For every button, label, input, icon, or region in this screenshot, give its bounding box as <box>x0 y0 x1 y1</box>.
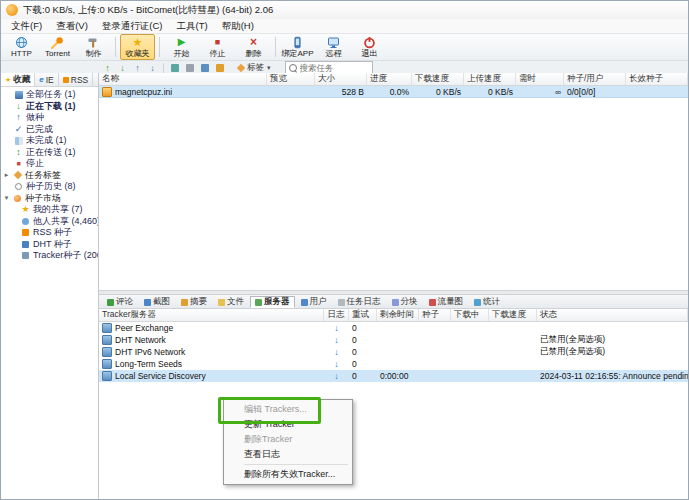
toolbar-separator <box>275 37 276 57</box>
user-icon <box>301 299 308 306</box>
menu-passport[interactable]: 登录通行证(C) <box>95 19 170 33</box>
tab-snapshot[interactable]: 截图 <box>139 296 175 308</box>
sidebar-item-transferring[interactable]: ↕ 正在传送 (1) <box>1 147 98 159</box>
tracker-log-cell[interactable]: ↓ <box>324 336 349 345</box>
sidebar-tab-favorites[interactable]: ★ 收藏 <box>1 73 35 86</box>
task-row[interactable]: magnetcpuz.ini 528 B 0.0% 0 KB/s 0 KB/s … <box>99 86 688 98</box>
toolbar-separator <box>115 37 116 57</box>
sidebar-item-tracker-torrents[interactable]: Tracker种子 (206) <box>1 250 98 262</box>
column-header-up-speed[interactable]: 上传速度 <box>464 73 516 85</box>
task-list-empty-area[interactable] <box>99 98 688 290</box>
server-icon <box>255 299 262 306</box>
expander-collapsed-icon[interactable]: ▸ <box>3 171 10 179</box>
tracker-row[interactable]: DHT IPv6 Network ↓ 0 已禁用(全局选项) <box>99 346 688 358</box>
sidebar: ★ 收藏 e IE RSS 全部任务 (1) ↓ <box>1 73 99 499</box>
window-title: 下载:0 KB/s, 上传:0 KB/s - BitComet(比特彗星) (6… <box>23 4 273 17</box>
tab-label: 评论 <box>116 296 133 308</box>
menu-item-remove-tracker[interactable]: 删除Tracker <box>226 432 350 447</box>
tracker-log-cell[interactable]: ↓ <box>324 324 349 333</box>
log-download-icon: ↓ <box>334 360 339 369</box>
tracker-row[interactable]: Peer Exchange ↓ 0 <box>99 322 688 334</box>
exit-button[interactable]: 退出 <box>352 34 387 60</box>
detail-tabbar: 评论 截图 摘要 文件 服务器 <box>99 295 688 309</box>
menu-tools[interactable]: 工具(T) <box>170 19 215 33</box>
sidebar-tab-ie[interactable]: e IE <box>35 73 58 86</box>
tab-peers[interactable]: 用户 <box>296 296 332 308</box>
tracker-log-cell[interactable]: ↓ <box>324 360 349 369</box>
column-header-log[interactable]: 日志 <box>324 309 349 321</box>
ie-icon: e <box>39 76 43 84</box>
tracker-status-cell: 已禁用(全局选项) <box>537 346 688 358</box>
tab-pieces[interactable]: 分块 <box>387 296 423 308</box>
sidebar-tab-rss[interactable]: RSS <box>59 73 93 86</box>
column-header-seeds[interactable]: 种子 <box>419 309 451 321</box>
folder-icon <box>218 299 225 306</box>
menu-view[interactable]: 查看(V) <box>49 19 95 33</box>
menu-item-update-tracker[interactable]: 更新 Tracker <box>226 417 350 432</box>
tab-label: 分块 <box>401 296 418 308</box>
tracker-row[interactable]: Long-Term Seeds ↓ 0 <box>99 358 688 370</box>
start-button[interactable]: ▶ 开始 <box>164 34 199 60</box>
stop-button-label: 停止 <box>210 49 226 58</box>
rss-icon <box>21 228 30 237</box>
menu-file[interactable]: 文件(F) <box>4 19 49 33</box>
column-header-preview[interactable]: 预览 <box>267 73 315 85</box>
summary-icon <box>181 299 188 306</box>
stop-icon: ■ <box>215 36 220 49</box>
delete-button[interactable]: × 删除 <box>236 34 271 60</box>
expander-expanded-icon[interactable]: ▾ <box>3 194 10 202</box>
tab-files[interactable]: 文件 <box>213 296 249 308</box>
exit-button-label: 退出 <box>362 49 378 58</box>
column-header-eta[interactable]: 需时 <box>516 73 564 85</box>
tracker-row-selected[interactable]: Local Service Discovery ↓ 0 0:00:00 2024… <box>99 370 688 382</box>
sidebar-item-downloading[interactable]: ↓ 正在下载 (1) <box>1 101 98 113</box>
column-header-lt-seeds[interactable]: 长效种子 <box>626 73 688 85</box>
bind-app-button[interactable]: 绑定APP <box>280 34 315 60</box>
menu-help[interactable]: 帮助(H) <box>215 19 261 33</box>
menu-separator <box>244 464 348 465</box>
tab-trackers[interactable]: 服务器 <box>250 296 295 308</box>
tracker-name-cell: Local Service Discovery <box>99 371 324 381</box>
column-header-retry[interactable]: 重试 <box>349 309 377 321</box>
column-header-status[interactable]: 状态 <box>537 309 688 321</box>
tracker-time-left-cell: 0:00:00 <box>377 371 419 381</box>
make-torrent-button[interactable]: 制作 <box>76 34 111 60</box>
line-chart-icon <box>429 299 436 306</box>
menu-item-view-log[interactable]: 查看日志 <box>226 447 350 462</box>
hammer-icon <box>87 36 100 49</box>
search-icon <box>289 64 297 72</box>
column-header-down-speed[interactable]: 下载速度 <box>412 73 464 85</box>
column-header-name[interactable]: 名称 <box>99 73 267 85</box>
comment-icon <box>107 299 114 306</box>
tab-statistics[interactable]: 统计 <box>469 296 505 308</box>
column-header-progress[interactable]: 进度 <box>367 73 412 85</box>
favorites-button[interactable]: ★ 收藏夹 <box>120 34 155 60</box>
search-input[interactable] <box>300 63 369 73</box>
stop-button[interactable]: ■ 停止 <box>200 34 235 60</box>
http-download-button[interactable]: HTTP <box>4 34 39 60</box>
globe-icon <box>15 36 28 49</box>
tab-label: 服务器 <box>264 296 290 308</box>
menu-item-edit-trackers[interactable]: 编辑 Trackers... <box>226 402 350 417</box>
column-header-seeds-peers[interactable]: 种子/用户 <box>564 73 626 85</box>
tracker-log-cell[interactable]: ↓ <box>324 348 349 357</box>
tab-traffic-graph[interactable]: 流量图 <box>424 296 469 308</box>
tracker-status-cell: 已禁用(全局选项) <box>537 334 688 346</box>
column-header-down-speed[interactable]: 下载速度 <box>489 309 537 321</box>
remote-button[interactable]: 远程 <box>316 34 351 60</box>
bind-app-button-label: 绑定APP <box>281 49 313 58</box>
column-header-downloading[interactable]: 下载中 <box>451 309 489 321</box>
bar-chart-icon <box>474 299 481 306</box>
tracker-row[interactable]: DHT Network ↓ 0 已禁用(全局选项) <box>99 334 688 346</box>
tracker-log-cell[interactable]: ↓ <box>324 372 349 381</box>
tab-task-log[interactable]: 任务日志 <box>333 296 386 308</box>
torrent-open-button[interactable]: Torrent <box>40 34 75 60</box>
menu-item-remove-dead-trackers[interactable]: 删除所有失效Tracker... <box>226 467 350 482</box>
column-header-size[interactable]: 大小 <box>315 73 367 85</box>
log-download-icon: ↓ <box>334 372 339 381</box>
column-header-tracker[interactable]: Tracker服务器 <box>99 309 324 321</box>
tab-summary[interactable]: 摘要 <box>176 296 212 308</box>
task-seeds-peers-cell: 0/0[0/0] <box>564 87 626 97</box>
tab-comment[interactable]: 评论 <box>102 296 138 308</box>
column-header-time-left[interactable]: 剩余时间 <box>377 309 419 321</box>
